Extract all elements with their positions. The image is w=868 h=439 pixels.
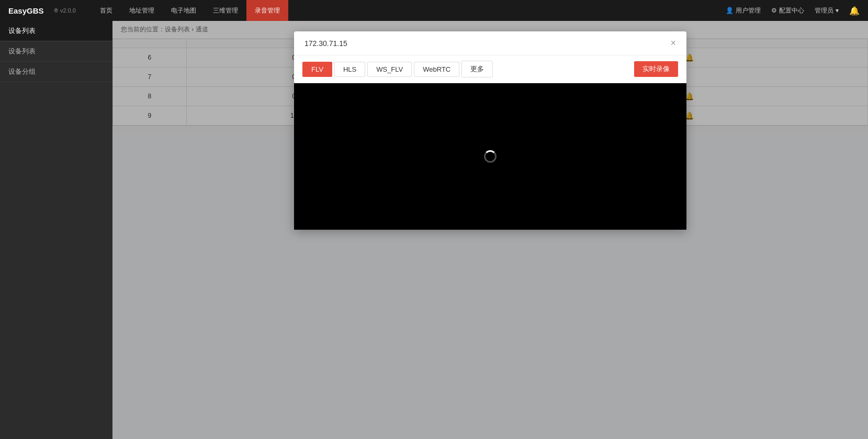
content-area: 您当前的位置：设备列表 › 通道 6 0213860408... — [112, 21, 868, 439]
notification-bell[interactable]: 🔔 — [849, 6, 860, 16]
brand-registered: ® — [54, 8, 58, 14]
modal-title: 172.30.71.15 — [305, 39, 347, 48]
user-icon: 👤 — [726, 7, 734, 14]
tab-ws-flv[interactable]: WS_FLV — [367, 62, 412, 77]
user-mgmt-btn[interactable]: 👤 用户管理 — [726, 6, 761, 15]
video-modal: 172.30.71.15 × FLV HLS WS_FLV WebRTC 更多 … — [294, 31, 686, 230]
tab-webrtc[interactable]: WebRTC — [414, 62, 459, 77]
right-controls: 👤 用户管理 ⚙ 配置中心 管理员 ▾ 🔔 — [726, 6, 860, 16]
brand-name: EasyGBS — [8, 6, 44, 15]
tab-flv[interactable]: FLV — [302, 62, 332, 77]
brand-version: v2.0.0 — [60, 7, 76, 14]
main-layout: 设备列表 设备列表 设备分组 您当前的位置：设备列表 › 通道 6 — [0, 21, 868, 439]
nav-tab-address[interactable]: 地址管理 — [121, 0, 163, 21]
sidebar-item-device-list[interactable]: 设备列表 — [0, 41, 112, 62]
nav-tab-3d[interactable]: 三维管理 — [205, 0, 246, 21]
nav-tab-map[interactable]: 电子地图 — [163, 0, 205, 21]
chevron-down-icon: ▾ — [836, 7, 839, 14]
gear-icon: ⚙ — [771, 7, 777, 14]
sidebar-title: 设备列表 — [0, 21, 112, 41]
tab-hls[interactable]: HLS — [334, 62, 365, 77]
modal-tabs: FLV HLS WS_FLV WebRTC 更多 实时录像 — [294, 55, 686, 83]
modal-header: 172.30.71.15 × — [294, 31, 686, 55]
sidebar: 设备列表 设备列表 设备分组 — [0, 21, 112, 439]
tab-more[interactable]: 更多 — [461, 61, 493, 77]
video-player — [294, 83, 686, 230]
modal-overlay: 172.30.71.15 × FLV HLS WS_FLV WebRTC 更多 … — [112, 21, 868, 439]
bell-icon: 🔔 — [849, 6, 860, 16]
top-nav: EasyGBS ® v2.0.0 首页 地址管理 电子地图 三维管理 录音管理 … — [0, 0, 868, 21]
admin-dropdown[interactable]: 管理员 ▾ — [815, 6, 839, 15]
record-button[interactable]: 实时录像 — [634, 61, 678, 77]
modal-close-button[interactable]: × — [670, 38, 676, 49]
nav-tabs: 首页 地址管理 电子地图 三维管理 录音管理 — [92, 0, 726, 21]
nav-tab-recording[interactable]: 录音管理 — [246, 0, 288, 21]
sidebar-item-device-group[interactable]: 设备分组 — [0, 62, 112, 82]
nav-tab-home[interactable]: 首页 — [92, 0, 121, 21]
config-btn[interactable]: ⚙ 配置中心 — [771, 6, 804, 15]
loading-spinner — [484, 150, 497, 163]
